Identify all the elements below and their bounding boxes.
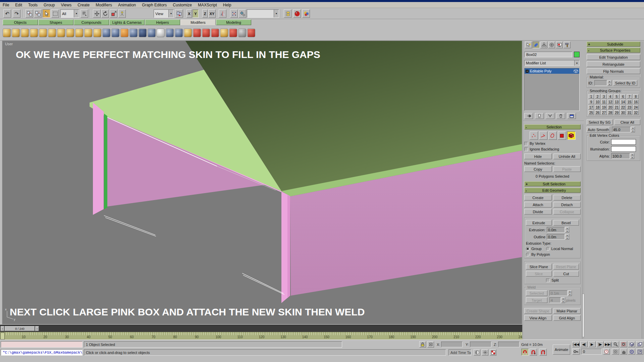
modifier-toolbar-icon[interactable] [247,28,255,37]
zoom-all-button[interactable] [620,341,627,347]
unhide-all-button[interactable]: Unhide All [553,154,581,159]
smoothing-group-button[interactable]: 5 [614,94,620,99]
vertex-subobject-button[interactable] [530,131,538,140]
modifier-toolbar-icon[interactable] [148,28,156,37]
modifier-toolbar-icon[interactable] [12,28,20,37]
menu-item[interactable]: Edit [15,3,22,7]
tab[interactable]: Compounds [74,19,109,25]
snap-toggle-button[interactable] [521,349,529,356]
selection-region-button[interactable] [51,9,59,18]
tab[interactable]: Objects [3,19,38,25]
smoothing-group-button[interactable]: 18 [595,105,600,110]
stack-item-editable-poly[interactable]: + Editable Poly [525,68,579,74]
reset-plane-button[interactable]: Reset Plane [553,264,579,269]
select-by-sg-button[interactable]: Select By SG [587,119,613,125]
time-configuration-button[interactable] [603,349,610,355]
bevel-button[interactable]: Bevel [553,220,579,226]
ignore-backfacing-checkbox[interactable] [524,147,528,151]
modifier-toolbar-icon[interactable] [238,28,246,37]
timeline-ruler[interactable]: 1020304050607080901001101201301401501601… [0,332,522,340]
modifier-toolbar-icon[interactable] [202,28,210,37]
align-button[interactable] [238,9,246,18]
layer-manager-button[interactable] [284,9,291,18]
modifier-toolbar-icon[interactable] [102,28,110,37]
collapse-button[interactable]: Collapse [553,209,581,215]
polygon-subobject-button[interactable] [558,131,566,140]
divide-button[interactable]: Divide [524,209,552,215]
object-name-field[interactable]: Box02 [524,52,572,57]
smoothing-group-button[interactable]: 15 [627,100,632,104]
key-mode-button[interactable] [572,349,580,355]
surface-properties-rollout-header[interactable]: - Surface Properties [587,48,640,53]
green-edge-stripe[interactable] [104,114,107,209]
undo-icon[interactable]: ↶ [3,9,11,18]
redo-icon[interactable]: ↷ [13,9,20,18]
smoothing-group-button[interactable]: 31 [627,110,632,115]
modifier-toolbar-icon[interactable] [129,28,138,37]
copy-button[interactable]: Copy [524,166,552,172]
border-subobject-button[interactable] [548,131,557,140]
modifier-toolbar-icon[interactable] [75,28,83,37]
render-button[interactable] [302,9,310,18]
y-coordinate-field[interactable] [470,342,491,347]
pan-button[interactable] [620,349,627,355]
restrict-y-button[interactable]: Y [193,9,199,18]
smoothing-group-button[interactable]: 14 [620,100,626,104]
selection-rollout-header[interactable]: - Selection [524,124,581,129]
display-panel-tab[interactable] [556,42,563,48]
smoothing-group-button[interactable]: 16 [633,100,639,104]
configure-modifier-sets-button[interactable] [567,113,576,119]
modifier-toolbar-icon[interactable] [57,28,65,37]
alpha-spinner[interactable]: ▲▼ [630,153,634,159]
array-button[interactable] [230,9,238,18]
local-normal-radio[interactable] [546,247,550,251]
material-id-field[interactable] [594,80,607,86]
modify-panel-tab[interactable] [533,42,540,48]
vertex-color-swatch[interactable] [611,139,636,145]
edge-subobject-button[interactable] [539,131,547,140]
modifier-toolbar-icon[interactable] [157,28,165,37]
smoothing-group-button[interactable]: 22 [620,105,626,110]
modifier-toolbar-icon[interactable] [30,28,38,37]
smoothing-group-button[interactable]: 25 [588,110,594,115]
x-coordinate-field[interactable] [441,342,463,347]
mirror-button[interactable] [219,9,226,18]
hide-button[interactable]: Hide [524,154,552,159]
smoothing-group-button[interactable]: 4 [607,94,613,99]
group-radio[interactable] [526,247,530,251]
weld-threshold-field[interactable]: 0.1m [549,290,568,296]
shaded-cube-icon[interactable] [474,349,480,356]
make-planar-button[interactable]: Make Planar [553,308,581,314]
outline-spinner[interactable]: ▲▼ [565,234,569,240]
material-editor-button[interactable] [293,9,301,18]
smoothing-group-button[interactable]: 6 [620,94,626,99]
tab[interactable]: Modeling [216,19,251,25]
menu-item[interactable]: MAXScript [198,3,217,7]
object-color-swatch[interactable] [574,52,580,57]
smoothing-group-button[interactable]: 9 [588,100,594,104]
auto-smooth-button[interactable]: Auto Smooth [587,127,610,132]
smoothing-group-button[interactable]: 29 [614,110,620,115]
modifier-toolbar-icon[interactable] [229,28,237,37]
delete-button[interactable]: Delete [553,195,581,200]
menu-item[interactable]: File [3,3,9,7]
menu-item[interactable]: Modifiers [96,3,112,7]
smoothing-group-button[interactable]: 23 [627,105,632,110]
material-id-spinner[interactable]: ▲▼ [607,80,611,86]
modifier-toolbar-icon[interactable] [3,28,11,37]
edit-triangulation-button[interactable]: Edit Triangulation [587,54,640,60]
modifier-toolbar-icon[interactable] [184,28,192,37]
select-and-move-button[interactable] [93,9,101,18]
select-and-scale-button[interactable] [110,9,117,18]
modifier-toolbar-icon[interactable] [139,28,147,37]
menu-item[interactable]: Graph Editors [142,3,167,7]
select-and-rotate-button[interactable] [101,9,109,18]
angle-snap-button[interactable]: % [530,349,537,356]
arc-rotate-button[interactable] [628,349,635,355]
panel-scrollbar[interactable] [582,124,584,339]
smoothing-group-button[interactable]: 8 [633,94,639,99]
smoothing-group-button[interactable]: 11 [601,100,607,104]
weld-target-button[interactable]: Target [526,297,547,303]
spinner-snap-button[interactable] [539,349,547,356]
smoothing-group-button[interactable]: 7 [627,94,632,99]
